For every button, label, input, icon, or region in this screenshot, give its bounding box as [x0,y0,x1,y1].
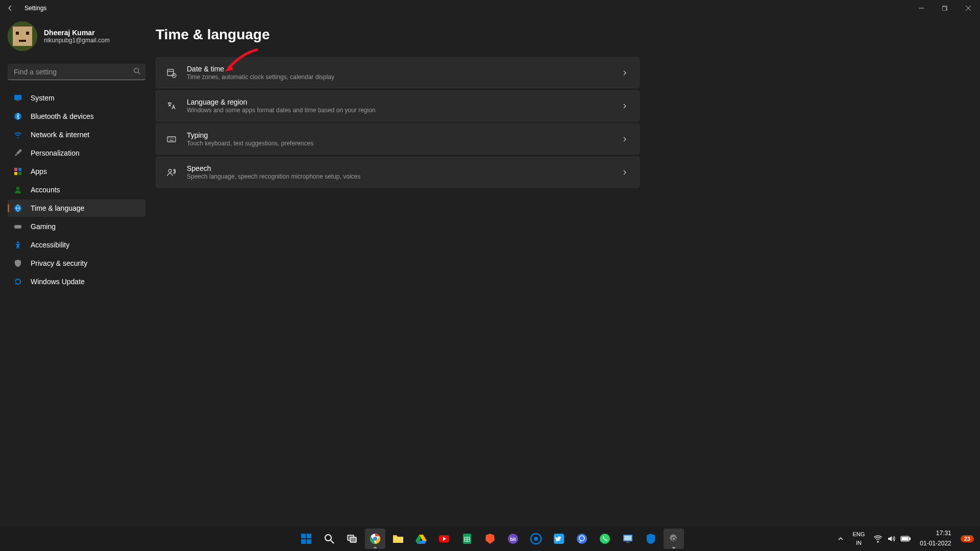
taskbar-bit[interactable]: bit [503,529,523,549]
profile-email: nikunpubg1@gmail.com [44,37,110,44]
svg-rect-5 [13,27,32,46]
taskbar-coda[interactable] [526,529,546,549]
close-button[interactable] [957,0,980,16]
clock-globe-icon [14,204,22,212]
taskbar-explorer[interactable] [388,529,408,549]
card-subtitle: Touch keyboard, text suggestions, prefer… [187,140,610,147]
page-title: Time & language [156,27,960,43]
nav-label: Gaming [31,222,56,231]
taskbar-chrome[interactable] [365,529,385,549]
svg-rect-11 [14,95,21,100]
nav-item-network[interactable]: Network & internet [8,126,145,143]
nav-label: Bluetooth & devices [31,112,94,120]
back-button[interactable] [5,3,15,13]
svg-rect-12 [16,101,19,101]
card-subtitle: Speech language, speech recognition micr… [187,173,610,180]
nav-label: Accessibility [31,241,69,249]
taskbar-sheets[interactable] [457,529,477,549]
taskbar-security[interactable] [641,529,661,549]
minimize-button[interactable] [910,0,933,16]
nav-item-time-language[interactable]: Time & language [8,199,145,217]
svg-text:bit: bit [510,537,516,542]
card-speech[interactable]: Speech Speech language, speech recogniti… [156,157,640,188]
taskbar-twitter[interactable] [549,529,569,549]
taskbar-right: ENG IN 17:31 01-01-2022 23 [834,529,978,548]
svg-rect-20 [14,225,21,229]
nav-item-privacy[interactable]: Privacy & security [8,255,145,272]
main-content: Time & language Date & time Time zones, … [153,16,980,527]
svg-rect-32 [301,534,306,538]
nav-item-system[interactable]: System [8,89,145,107]
card-subtitle: Windows and some apps format dates and t… [187,107,610,114]
chevron-right-icon [621,135,629,143]
card-content: Language & region Windows and some apps … [187,98,610,114]
battery-icon [900,536,911,542]
brush-icon [14,149,22,157]
nav-item-accounts[interactable]: Accounts [8,181,145,198]
card-date-time[interactable]: Date & time Time zones, automatic clock … [156,57,640,88]
svg-rect-1 [942,7,946,11]
taskbar-start[interactable] [296,529,316,549]
svg-rect-7 [26,32,29,35]
svg-point-55 [600,534,610,544]
nav-item-update[interactable]: Windows Update [8,273,145,290]
apps-icon [14,167,22,176]
calendar-clock-icon [166,68,177,78]
avatar [8,21,37,51]
svg-point-53 [577,534,587,544]
card-title: Date & time [187,65,610,73]
nav-label: Time & language [31,204,84,212]
svg-point-21 [17,241,19,243]
search-input[interactable] [8,64,145,80]
svg-rect-33 [307,534,311,538]
profile-section[interactable]: Dheeraj Kumar nikunpubg1@gmail.com [8,21,145,51]
nav-item-apps[interactable]: Apps [8,163,145,180]
maximize-button[interactable] [933,0,957,16]
window-controls [910,0,980,16]
nav-label: Privacy & security [31,259,87,267]
notif-badge: 23 [961,535,974,542]
nav-label: Apps [31,167,47,176]
taskbar-task-view[interactable] [342,529,362,549]
nav-item-bluetooth[interactable]: Bluetooth & devices [8,108,145,125]
svg-rect-34 [301,539,306,544]
lang-top: ENG [853,531,865,538]
nav-label: Network & internet [31,131,89,139]
card-title: Speech [187,164,610,172]
nav-item-personalization[interactable]: Personalization [8,144,145,162]
card-typing[interactable]: Typing Touch keyboard, text suggestions,… [156,123,640,155]
sidebar: Dheeraj Kumar nikunpubg1@gmail.com Syste… [0,16,153,527]
card-language-region[interactable]: Language & region Windows and some apps … [156,90,640,121]
card-subtitle: Time zones, automatic clock settings, ca… [187,73,610,81]
taskbar-youtube[interactable] [434,529,454,549]
taskbar-brave[interactable] [480,529,500,549]
tray-notifications[interactable]: 23 [957,533,978,544]
svg-point-18 [16,187,19,190]
nav-item-accessibility[interactable]: Accessibility [8,236,145,254]
tray-overflow[interactable] [834,534,848,544]
taskbar-signal[interactable] [572,529,592,549]
nav-list: System Bluetooth & devices Network & int… [8,89,145,290]
nav-item-gaming[interactable]: Gaming [8,218,145,235]
svg-rect-57 [624,536,631,540]
taskbar-monitor-app[interactable] [618,529,638,549]
svg-rect-42 [393,537,403,543]
card-content: Typing Touch keyboard, text suggestions,… [187,131,610,147]
taskbar-drive[interactable] [411,529,431,549]
taskbar-settings[interactable] [664,529,684,549]
taskbar-search[interactable] [319,529,339,549]
taskbar: bit ENG IN 17:31 01-01-2022 23 [0,527,980,551]
wifi-icon [874,535,882,543]
titlebar-left: Settings [5,3,46,13]
taskbar-whatsapp[interactable] [595,529,615,549]
tray-date: 01-01-2022 [920,540,951,548]
tray-clock[interactable]: 17:31 01-01-2022 [917,529,954,548]
language-icon [166,101,177,111]
svg-rect-60 [910,538,911,540]
svg-rect-39 [350,537,356,542]
tray-icons[interactable] [870,533,915,545]
maximize-icon [942,6,947,11]
svg-rect-17 [18,172,21,175]
svg-rect-61 [902,537,908,540]
tray-language[interactable]: ENG IN [850,530,868,547]
